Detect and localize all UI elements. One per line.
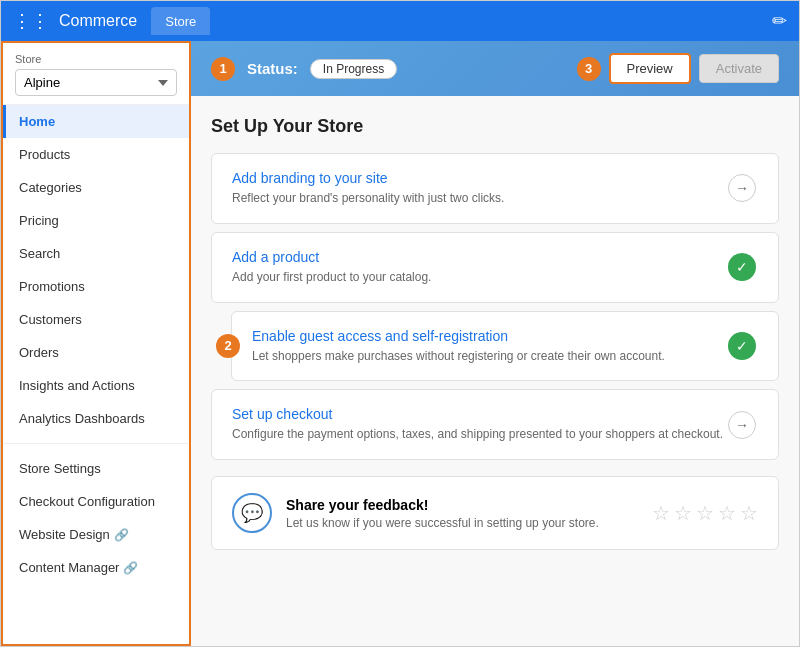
section-title: Set Up Your Store — [211, 116, 779, 137]
task-title-branding: Add branding to your site — [232, 170, 726, 186]
check-icon-guest: ✓ — [728, 332, 756, 360]
task-card-branding[interactable]: Add branding to your site Reflect your b… — [211, 153, 779, 224]
sidebar-item-orders[interactable]: Orders — [3, 336, 189, 369]
sidebar-item-insights[interactable]: Insights and Actions — [3, 369, 189, 402]
status-label: Status: — [247, 60, 298, 77]
arrow-icon-checkout: → — [728, 411, 756, 439]
content-area: 1 Status: In Progress 3 Preview Activate… — [191, 41, 799, 646]
main-content: Set Up Your Store Add branding to your s… — [191, 96, 799, 646]
task-icon-branding: → — [726, 172, 758, 204]
activate-button[interactable]: Activate — [699, 54, 779, 83]
star-rating[interactable]: ☆ ☆ ☆ ☆ ☆ — [652, 501, 758, 525]
sidebar-item-categories[interactable]: Categories — [3, 171, 189, 204]
sidebar: Store Alpine Home Products Categories Pr… — [1, 41, 191, 646]
sidebar-item-pricing[interactable]: Pricing — [3, 204, 189, 237]
feedback-card: 💬 Share your feedback! Let us know if yo… — [211, 476, 779, 550]
nav-divider — [3, 443, 189, 444]
sidebar-item-products[interactable]: Products — [3, 138, 189, 171]
edit-icon[interactable]: ✏ — [772, 10, 787, 32]
annotation-1: 1 — [211, 57, 235, 81]
annotation-2: 2 — [216, 334, 240, 358]
star-5[interactable]: ☆ — [740, 501, 758, 525]
task-title-product: Add a product — [232, 249, 726, 265]
star-3[interactable]: ☆ — [696, 501, 714, 525]
task-card-guest[interactable]: 2 Enable guest access and self-registrat… — [231, 311, 779, 382]
star-1[interactable]: ☆ — [652, 501, 670, 525]
feedback-content: Share your feedback! Let us know if you … — [286, 497, 652, 530]
store-section: Store Alpine — [3, 43, 189, 105]
external-link-icon-2: 🔗 — [123, 561, 138, 575]
task-card-content-guest: Enable guest access and self-registratio… — [252, 328, 726, 365]
task-desc-product: Add your first product to your catalog. — [232, 269, 726, 286]
sidebar-item-analytics[interactable]: Analytics Dashboards — [3, 402, 189, 435]
check-icon-product: ✓ — [728, 253, 756, 281]
task-card-content-product: Add a product Add your first product to … — [232, 249, 726, 286]
feedback-desc: Let us know if you were successful in se… — [286, 516, 652, 530]
store-select[interactable]: Alpine — [15, 69, 177, 96]
task-card-product[interactable]: Add a product Add your first product to … — [211, 232, 779, 303]
sidebar-item-content-manager[interactable]: Content Manager 🔗 — [3, 551, 189, 584]
external-link-icon: 🔗 — [114, 528, 129, 542]
top-bar: ⋮⋮ Commerce Store ✏ — [1, 1, 799, 41]
app-title: Commerce — [59, 12, 137, 30]
sidebar-item-home[interactable]: Home — [3, 105, 189, 138]
task-icon-guest: ✓ — [726, 330, 758, 362]
feedback-title: Share your feedback! — [286, 497, 652, 513]
grid-icon[interactable]: ⋮⋮ — [13, 10, 49, 32]
task-card-content-checkout: Set up checkout Configure the payment op… — [232, 406, 726, 443]
preview-button[interactable]: Preview — [609, 53, 691, 84]
task-card-content: Add branding to your site Reflect your b… — [232, 170, 726, 207]
status-actions: 3 Preview Activate — [577, 53, 780, 84]
task-desc-guest: Let shoppers make purchases without regi… — [252, 348, 726, 365]
main-layout: Store Alpine Home Products Categories Pr… — [1, 41, 799, 646]
sidebar-item-promotions[interactable]: Promotions — [3, 270, 189, 303]
star-2[interactable]: ☆ — [674, 501, 692, 525]
task-desc-checkout: Configure the payment options, taxes, an… — [232, 426, 726, 443]
store-tab[interactable]: Store — [151, 7, 210, 35]
status-badge: In Progress — [310, 59, 397, 79]
app-container: ⋮⋮ Commerce Store ✏ Store Alpine Home Pr… — [0, 0, 800, 647]
feedback-icon: 💬 — [232, 493, 272, 533]
sidebar-item-store-settings[interactable]: Store Settings — [3, 452, 189, 485]
task-title-checkout: Set up checkout — [232, 406, 726, 422]
task-desc-branding: Reflect your brand's personality with ju… — [232, 190, 726, 207]
task-icon-product: ✓ — [726, 251, 758, 283]
task-title-guest: Enable guest access and self-registratio… — [252, 328, 726, 344]
task-card-checkout[interactable]: Set up checkout Configure the payment op… — [211, 389, 779, 460]
arrow-icon-branding: → — [728, 174, 756, 202]
star-4[interactable]: ☆ — [718, 501, 736, 525]
store-label: Store — [15, 53, 177, 65]
sidebar-item-website-design[interactable]: Website Design 🔗 — [3, 518, 189, 551]
task-icon-checkout: → — [726, 409, 758, 441]
sidebar-item-customers[interactable]: Customers — [3, 303, 189, 336]
status-bar: 1 Status: In Progress 3 Preview Activate — [191, 41, 799, 96]
sidebar-item-search[interactable]: Search — [3, 237, 189, 270]
annotation-3: 3 — [577, 57, 601, 81]
sidebar-item-checkout-config[interactable]: Checkout Configuration — [3, 485, 189, 518]
